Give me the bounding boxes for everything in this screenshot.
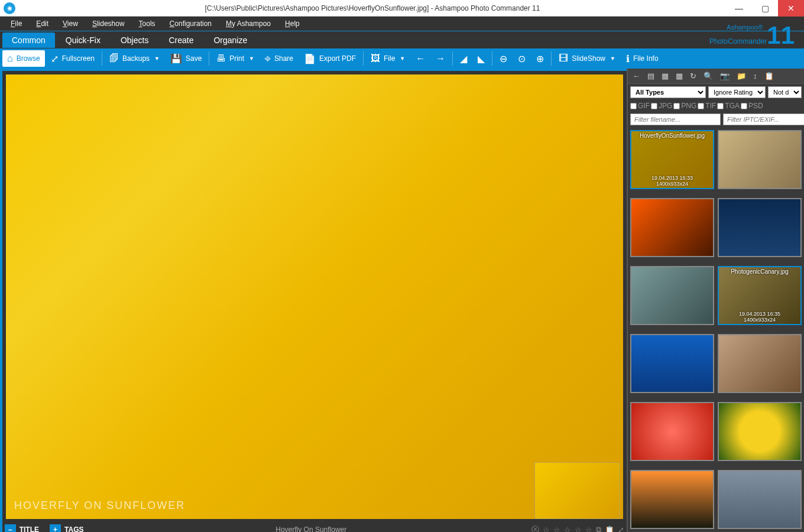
fullscreen-button[interactable]: ⤢Fullscreen <box>46 50 99 67</box>
tab-common[interactable]: Common <box>2 33 55 48</box>
expand-tags-button[interactable]: + <box>50 524 61 532</box>
clipboard-icon[interactable]: 📋 <box>762 72 776 80</box>
minimize-button[interactable]: — <box>726 0 752 17</box>
print-button[interactable]: 🖶Print▼ <box>212 50 259 67</box>
star-icon[interactable]: ☆ <box>585 525 592 533</box>
save-button[interactable]: 💾Save <box>166 50 206 67</box>
iptc-filter-input[interactable] <box>723 113 804 125</box>
zoom-out-button[interactable]: ⊖ <box>495 50 512 67</box>
thumbnail[interactable]: PhotogenicCanary.jpg19.04.2013 16:351400… <box>718 266 802 325</box>
backups-button[interactable]: 🗐Backups▼ <box>105 50 164 67</box>
tab-quickfix[interactable]: Quick-Fix <box>56 33 110 48</box>
camera-icon[interactable]: 📷 <box>718 72 732 80</box>
window-title: [C:\Users\Public\Pictures\Ashampoo Pictu… <box>19 4 726 12</box>
flip-v-button[interactable]: ◣ <box>473 50 489 67</box>
flip-h-button[interactable]: ◢ <box>455 50 472 67</box>
expand-icon[interactable]: ⤢ <box>618 525 624 533</box>
thumbnail[interactable] <box>630 266 714 325</box>
image-icon: 🖼 <box>371 53 380 64</box>
tab-create[interactable]: Create <box>159 33 203 48</box>
content-area: HOVERFLY ON SUNFLOWER – TITLE + TAGS ⓧ ☆… <box>0 69 804 532</box>
zoom-fit-icon: ⊙ <box>518 53 526 64</box>
star-icon[interactable]: ☆ <box>543 525 550 533</box>
up-icon[interactable]: ▤ <box>645 72 657 80</box>
folder-icon[interactable]: 📁 <box>734 72 748 80</box>
thumbnail[interactable] <box>630 198 714 257</box>
thumbnail[interactable] <box>718 470 802 529</box>
menu-myashampoo[interactable]: My Ashampoo <box>220 18 277 29</box>
fileinfo-button[interactable]: ℹFile Info <box>621 50 663 67</box>
view-list-icon[interactable]: ▦ <box>659 72 671 80</box>
chk-psd[interactable]: PSD <box>741 102 763 110</box>
filename-filter-input[interactable] <box>630 113 721 125</box>
back-icon[interactable]: ← <box>630 72 643 80</box>
thumbnail[interactable]: HoverflyOnSunflower.jpg19.04.2013 16:331… <box>630 130 714 189</box>
paste-icon[interactable]: 📋 <box>605 525 614 533</box>
collapse-title-button[interactable]: – <box>5 524 16 532</box>
tab-objects[interactable]: Objects <box>111 33 158 48</box>
pdf-icon: 📄 <box>304 53 316 64</box>
type-filter-select[interactable]: All Types <box>630 86 706 98</box>
star-icon[interactable]: ☆ <box>564 525 571 533</box>
separator <box>102 51 102 66</box>
menu-edit[interactable]: Edit <box>30 18 54 29</box>
refresh-icon[interactable]: ↻ <box>688 72 699 80</box>
separator <box>452 51 453 66</box>
share-button[interactable]: ⎆Share <box>260 50 298 67</box>
toolbar: ⌂Browse ⤢Fullscreen 🗐Backups▼ 💾Save 🖶Pri… <box>0 48 804 69</box>
browse-button[interactable]: ⌂Browse <box>2 50 45 67</box>
chk-gif[interactable]: GIF <box>630 102 650 110</box>
star-icon[interactable]: ☆ <box>575 525 582 533</box>
info-icon: ℹ <box>626 53 630 64</box>
thumbnail-grid[interactable]: HoverflyOnSunflower.jpg19.04.2013 16:331… <box>628 128 804 532</box>
photo-canvas[interactable]: HOVERFLY ON SUNFLOWER <box>6 74 623 519</box>
menu-slideshow[interactable]: Slideshow <box>86 18 131 29</box>
chk-png[interactable]: PNG <box>673 102 696 110</box>
thumbnail[interactable] <box>630 402 714 461</box>
flip-h-icon: ◢ <box>460 53 467 64</box>
arrow-left-icon: ← <box>416 53 425 64</box>
tags-label: TAGS <box>64 525 83 532</box>
thumbnail[interactable] <box>718 334 802 393</box>
copy-icon[interactable]: ⧉ <box>596 525 601 532</box>
menu-tools[interactable]: Tools <box>133 18 161 29</box>
expand-icon: ⤢ <box>51 53 59 64</box>
thumbnail[interactable] <box>630 470 714 529</box>
sort-icon[interactable]: ↕ <box>751 72 760 80</box>
menu-configuration[interactable]: Configuration <box>164 18 218 29</box>
mini-navigator[interactable] <box>534 462 620 519</box>
menu-file[interactable]: File <box>5 18 28 29</box>
menu-view[interactable]: View <box>57 18 84 29</box>
next-button[interactable]: → <box>431 50 450 67</box>
clear-icon[interactable]: ⓧ <box>531 524 539 532</box>
menu-help[interactable]: Help <box>279 18 306 29</box>
thumbnail[interactable] <box>718 402 802 461</box>
zoom-in-button[interactable]: ⊕ <box>531 50 549 67</box>
star-icon[interactable]: ☆ <box>553 525 560 533</box>
rating-filter-select[interactable]: Ignore Rating <box>708 86 766 98</box>
chk-tif[interactable]: TIF <box>698 102 716 110</box>
title-input[interactable] <box>94 525 528 532</box>
prev-button[interactable]: ← <box>411 50 430 67</box>
date-filter-select[interactable]: Not d <box>768 86 802 98</box>
exportpdf-button[interactable]: 📄Export PDF <box>299 50 361 67</box>
zoom-fit-button[interactable]: ⊙ <box>513 50 530 67</box>
file-button[interactable]: 🖼File▼ <box>366 50 410 67</box>
thumbnail-panel: ← ▤ ▦ ▦ ↻ 🔍 📷 📁 ↕ 📋 All Types Ignore Rat… <box>627 69 804 532</box>
app-icon: ◉ <box>4 2 15 14</box>
tab-organize[interactable]: Organize <box>204 33 257 48</box>
view-grid-icon[interactable]: ▦ <box>673 72 685 80</box>
chk-jpg[interactable]: JPG <box>651 102 672 110</box>
close-button[interactable]: ✕ <box>778 0 804 17</box>
thumbnail[interactable] <box>630 334 714 393</box>
thumbnail[interactable] <box>718 130 802 189</box>
maximize-button[interactable]: ▢ <box>752 0 778 17</box>
slideshow-button[interactable]: 🎞SlideShow▼ <box>554 50 620 67</box>
search-icon[interactable]: 🔍 <box>701 72 715 80</box>
brand-logo: Ashampoo® PhotoCommander11 <box>709 21 795 50</box>
search-row <box>628 111 804 128</box>
thumbnail[interactable] <box>718 198 802 257</box>
print-icon: 🖶 <box>216 53 226 64</box>
chevron-down-icon: ▼ <box>249 56 254 61</box>
chk-tga[interactable]: TGA <box>717 102 740 110</box>
